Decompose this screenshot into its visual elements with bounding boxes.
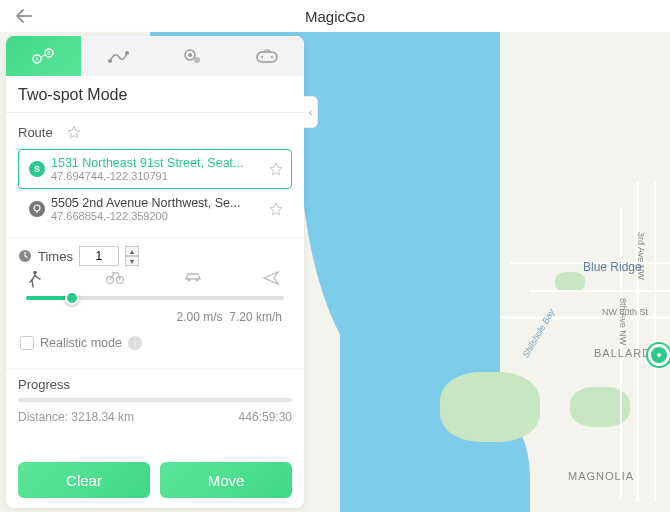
map-label-3rd-ave: 3rd Ave NW <box>636 232 646 280</box>
route-start-address: 1531 Northeast 91st Street, Seat... <box>51 156 261 170</box>
map-label-magnolia: MAGNOLIA <box>568 470 634 482</box>
mode-title: Two-spot Mode <box>6 76 304 113</box>
times-up-button[interactable]: ▲ <box>125 246 139 256</box>
back-button[interactable] <box>12 4 36 28</box>
favorite-route-icon[interactable] <box>63 121 85 143</box>
route-header: Route <box>18 125 53 140</box>
svg-point-14 <box>33 271 37 275</box>
svg-text:B: B <box>48 50 52 56</box>
svg-point-7 <box>188 53 192 57</box>
svg-point-11 <box>271 56 273 58</box>
side-panel: ‹ AB Two-spot Mode Route <box>6 36 304 508</box>
svg-point-4 <box>108 59 112 63</box>
end-marker-icon <box>29 201 45 217</box>
transport-bike[interactable] <box>105 270 127 288</box>
progress-header: Progress <box>18 377 292 392</box>
tab-multi-spot[interactable] <box>81 36 156 76</box>
map-label-ballard: BALLARD <box>594 347 651 359</box>
speed-ms: 2.00 m/s <box>177 310 223 324</box>
realistic-label: Realistic mode <box>40 336 122 350</box>
clear-button[interactable]: Clear <box>18 462 150 498</box>
favorite-start-icon[interactable] <box>265 158 287 180</box>
progress-bar <box>18 398 292 402</box>
svg-point-10 <box>261 56 263 58</box>
route-end[interactable]: 5505 2nd Avenue Northwest, Se... 47.6688… <box>18 189 292 229</box>
clock-icon <box>18 249 32 263</box>
transport-car[interactable] <box>183 270 205 288</box>
start-marker-icon: S <box>29 161 45 177</box>
route-end-address: 5505 2nd Avenue Northwest, Se... <box>51 196 261 210</box>
route-start-coord: 47.694744,-122.310791 <box>51 170 261 182</box>
distance-value: Distance: 3218.34 km <box>18 410 134 424</box>
svg-point-12 <box>34 205 40 211</box>
map-label-blue-ridge: Blue Ridge <box>583 260 642 274</box>
svg-text:A: A <box>36 56 40 62</box>
duration-value: 446:59:30 <box>239 410 292 424</box>
transport-plane[interactable] <box>262 270 284 288</box>
current-location-pin[interactable] <box>648 344 670 366</box>
times-input[interactable] <box>79 246 119 266</box>
realistic-info-icon[interactable]: i <box>128 336 142 350</box>
tab-joystick[interactable] <box>230 36 305 76</box>
map-label-8th-ave: 8th Ave NW <box>618 298 628 345</box>
speed-kmh: 7.20 km/h <box>229 310 282 324</box>
move-button[interactable]: Move <box>160 462 292 498</box>
svg-point-17 <box>188 279 191 282</box>
tab-two-spot[interactable]: AB <box>6 36 81 76</box>
route-start[interactable]: S 1531 Northeast 91st Street, Seat... 47… <box>18 149 292 189</box>
times-stepper: ▲ ▼ <box>125 246 139 266</box>
slider-thumb[interactable] <box>65 291 79 305</box>
collapse-panel-button[interactable]: ‹ <box>304 96 318 128</box>
transport-walk[interactable] <box>26 270 48 288</box>
mode-tabs: AB <box>6 36 304 76</box>
svg-rect-9 <box>257 52 277 62</box>
svg-point-18 <box>196 279 199 282</box>
svg-point-5 <box>125 51 129 55</box>
speed-slider[interactable] <box>26 290 284 306</box>
tab-teleport[interactable] <box>155 36 230 76</box>
route-end-coord: 47.668854,-122.359200 <box>51 210 261 222</box>
favorite-end-icon[interactable] <box>265 198 287 220</box>
app-title: MagicGo <box>305 8 365 25</box>
realistic-checkbox[interactable] <box>20 336 34 350</box>
times-down-button[interactable]: ▼ <box>125 256 139 266</box>
svg-point-8 <box>194 57 200 63</box>
times-label: Times <box>38 249 73 264</box>
